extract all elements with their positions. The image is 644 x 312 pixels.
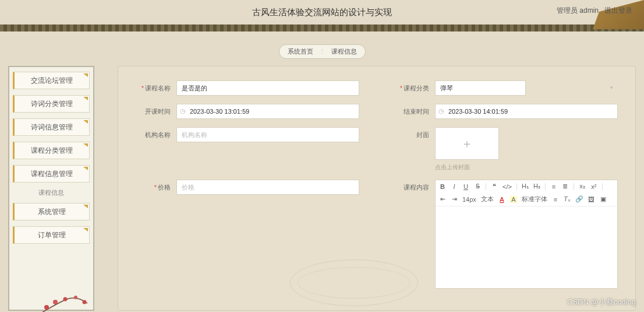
sidebar-item-label: 诗词分类管理	[31, 99, 73, 109]
course-category-select[interactable]	[435, 80, 526, 96]
plus-icon: ＋	[461, 136, 473, 152]
label-course-name: *课程名称	[136, 80, 171, 93]
sidebar-item-label: 订单管理	[38, 230, 66, 240]
sidebar-item-forum[interactable]: 交流论坛管理	[13, 72, 90, 89]
font-color-icon[interactable]: A	[498, 196, 505, 203]
indent-icon[interactable]: ⇥	[451, 195, 458, 203]
label-price: *价格	[136, 180, 171, 192]
sidebar-item-label: 交流论坛管理	[31, 76, 73, 86]
header-right: 管理员 admin 退出登录	[557, 6, 632, 16]
font-size-select[interactable]: 14px	[462, 196, 476, 203]
label-content: 课程内容	[394, 180, 429, 192]
tab-home[interactable]: 系统首页	[288, 47, 313, 56]
subscript-icon[interactable]: x₂	[579, 183, 586, 190]
h2-icon[interactable]: H₂	[533, 183, 540, 190]
page-title: 古风生活体验交流网站的设计与实现	[252, 7, 392, 18]
h1-icon[interactable]: H₁	[522, 183, 529, 190]
tab-pill: 系统首页 ⋮ 课程信息	[279, 44, 366, 59]
logout-link[interactable]: 退出登录	[604, 6, 632, 16]
outdent-icon[interactable]: ⇤	[439, 195, 446, 203]
sidebar-item-label: 课程分类管理	[31, 146, 73, 156]
tab-current[interactable]: 课程信息	[331, 47, 357, 56]
label-start-time: 开课时间	[136, 104, 171, 116]
sidebar: 交流论坛管理 诗词分类管理 诗词信息管理 课程分类管理 课程信息管理 课程信息 …	[8, 66, 94, 311]
upload-hint: 点击上传封面	[435, 163, 499, 171]
superscript-icon[interactable]: x²	[590, 183, 597, 190]
sidebar-item-poetry-category[interactable]: 诗词分类管理	[13, 95, 90, 113]
sidebar-item-course-info[interactable]: 课程信息管理	[13, 165, 90, 183]
cover-upload[interactable]: ＋	[435, 127, 499, 160]
list-ol-icon[interactable]: ≡	[550, 183, 557, 190]
end-time-input[interactable]	[435, 104, 618, 119]
header: 古风生活体验交流网站的设计与实现 管理员 admin 退出登录	[0, 0, 644, 24]
tab-divider-icon: ⋮	[319, 48, 325, 55]
sidebar-item-label: 系统管理	[38, 207, 66, 217]
sidebar-item-label: 诗词信息管理	[31, 122, 73, 132]
link-icon[interactable]: 🔗	[575, 195, 583, 203]
strike-icon[interactable]: S̶	[474, 183, 481, 190]
label-end-time: 结束时间	[394, 104, 429, 116]
sidebar-item-course-category[interactable]: 课程分类管理	[13, 142, 90, 159]
course-name-input[interactable]	[176, 80, 359, 96]
bold-icon[interactable]: B	[439, 183, 446, 190]
price-input[interactable]	[176, 180, 359, 195]
start-time-input[interactable]	[176, 104, 359, 119]
tab-bar: 系统首页 ⋮ 课程信息	[0, 44, 644, 59]
editor-toolbar: B I U S̶ ❝ </> H₁ H₂ ≡ ≣ x₂	[436, 180, 617, 206]
bg-color-icon[interactable]: A	[510, 196, 517, 203]
video-icon[interactable]: ▣	[600, 195, 607, 203]
align-icon[interactable]: ≡	[552, 196, 559, 203]
clear-format-icon[interactable]: Tₓ	[564, 195, 571, 203]
list-ul-icon[interactable]: ≣	[562, 183, 569, 190]
italic-icon[interactable]: I	[451, 183, 458, 190]
label-org-name: 机构名称	[136, 127, 171, 139]
code-icon[interactable]: </>	[503, 183, 512, 190]
admin-label[interactable]: 管理员 admin	[557, 6, 599, 16]
rich-text-editor: B I U S̶ ❝ </> H₁ H₂ ≡ ≣ x₂	[435, 180, 618, 289]
text-style-select[interactable]: 文本	[481, 195, 494, 204]
sidebar-item-system[interactable]: 系统管理	[13, 203, 90, 220]
org-name-input[interactable]	[176, 127, 359, 142]
image-icon[interactable]: 🖼	[588, 196, 595, 203]
quote-icon[interactable]: ❝	[491, 183, 498, 190]
header-border-pattern	[0, 24, 644, 31]
clock-icon: ◷	[180, 107, 186, 115]
underline-icon[interactable]: U	[462, 183, 469, 190]
sidebar-item-poetry-info[interactable]: 诗词信息管理	[13, 118, 90, 136]
clock-icon: ◷	[438, 107, 444, 115]
editor-content[interactable]	[436, 206, 617, 288]
sidebar-item-orders[interactable]: 订单管理	[13, 226, 90, 244]
main-panel: *课程名称 *课程分类 ▾ 开课时间 ◷ 结束时间	[118, 66, 636, 311]
font-family-select[interactable]: 标准字体	[522, 195, 547, 204]
sidebar-item-label: 课程信息管理	[31, 169, 73, 179]
label-cover: 封面	[394, 127, 429, 139]
label-course-category: *课程分类	[394, 80, 429, 93]
chevron-down-icon: ▾	[610, 85, 613, 90]
sidebar-sub-label[interactable]: 课程信息	[13, 188, 90, 197]
